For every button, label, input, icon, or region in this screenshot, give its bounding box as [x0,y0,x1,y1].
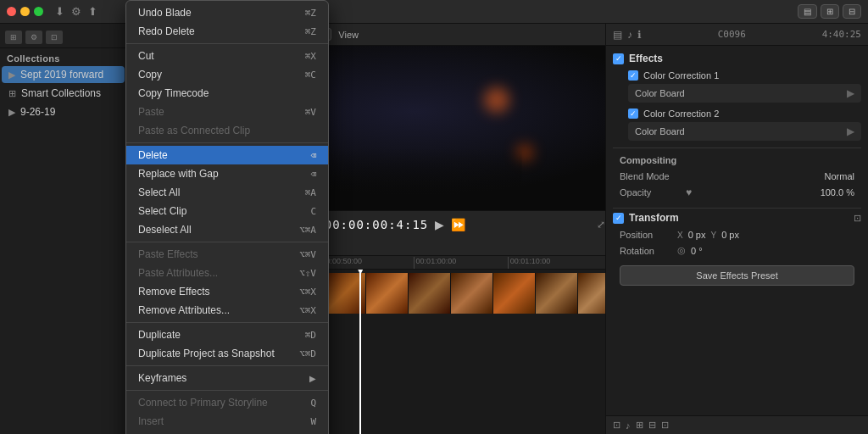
opacity-value[interactable]: 100.0 % [821,187,854,198]
panel-toggle-3[interactable]: ⊟ [843,4,861,19]
menu-item-delete[interactable]: Delete ⌫ [126,146,328,164]
position-x-value[interactable]: 0 px [688,230,706,240]
menu-item-paste-attributes[interactable]: Paste Attributes... ⌥⇧V [126,264,328,282]
sidebar-collections-section: Collections [0,48,126,65]
menu-shortcut-duplicate: ⌘D [305,330,316,341]
menu-item-copy-timecode[interactable]: Copy Timecode [126,84,328,103]
sidebar-tool-1[interactable]: ⊞ [5,31,22,44]
cc2-label: Color Correction 2 [643,108,719,119]
menu-shortcut-insert: W [310,416,316,427]
menu-label-copy-timecode: Copy Timecode [138,87,316,99]
effects-checkbox[interactable]: ✓ [613,53,624,64]
left-sidebar: ⊞ ⚙ ⊡ Collections ▶ Sept 2019 forward ⊞ … [0,24,127,434]
ruler-mark-5: 00:01:10:00 [508,257,602,269]
transform-icon[interactable]: ⤢ [597,219,605,231]
fast-forward-button[interactable]: ⏩ [451,218,465,231]
sidebar-toolbar: ⊞ ⚙ ⊡ [0,27,126,48]
menu-item-replace-gap[interactable]: Replace with Gap ⌫ [126,164,328,183]
menu-item-cut[interactable]: Cut ⌘X [126,47,328,65]
close-button[interactable] [7,7,16,16]
panel-duration: 4:40:25 [822,29,861,40]
opacity-row: Opacity ♥ 100.0 % [613,184,861,201]
fullscreen-button[interactable] [34,7,43,16]
info-icon[interactable]: ℹ [637,29,642,41]
opacity-heart-icon: ♥ [686,186,692,198]
clip-filmstrip[interactable] [324,273,605,314]
menu-shortcut-paste-effects: ⌥⌘V [299,249,316,260]
minimize-button[interactable] [20,7,30,16]
menu-shortcut-remove-attributes: ⌥⌘X [299,305,316,316]
ruler-mark-4: 00:01:00:00 [414,257,508,269]
menu-item-copy[interactable]: Copy ⌘C [126,65,328,84]
rpt-icon-3[interactable]: ⊞ [636,420,643,431]
import-icon[interactable]: ⬇ [55,5,64,18]
y-axis-label: Y [710,231,716,240]
rpt-icon-1[interactable]: ⊡ [613,420,620,431]
menu-label-select-clip: Select Clip [138,205,307,217]
cc1-checkbox[interactable]: ✓ [628,70,638,81]
menu-label-connect-primary: Connect to Primary Storyline [138,397,307,409]
color-board-2-label: Color Board [635,126,842,136]
frame-forward-button[interactable]: ▶ [435,218,444,231]
menu-item-keyframes[interactable]: Keyframes ▶ [126,369,328,387]
sidebar-tool-2[interactable]: ⚙ [25,31,42,44]
transform-checkbox[interactable]: ✓ [613,213,624,224]
playhead[interactable] [359,270,361,434]
share-icon[interactable]: ⬆ [88,5,97,18]
position-y-value[interactable]: 0 px [721,230,739,240]
menu-item-deselect-all[interactable]: Deselect All ⌥⌘A [126,220,328,239]
sidebar-item-label-date: 9-26-19 [20,106,55,118]
menu-item-undo-blade[interactable]: Undo Blade ⌘Z [126,3,328,22]
rpt-icon-5[interactable]: ⊡ [661,420,669,431]
menu-item-paste-connected[interactable]: Paste as Connected Clip [126,121,328,140]
menu-item-select-clip[interactable]: Select Clip C [126,202,328,220]
settings-icon[interactable]: ⚙ [71,5,81,18]
position-row: Position X 0 px Y 0 px [613,227,861,242]
color-board-2-row[interactable]: Color Board ▶ [628,122,861,141]
menu-item-remove-effects[interactable]: Remove Effects ⌥⌘X [126,282,328,301]
transform-expand-icon[interactable]: ⊡ [854,213,861,224]
rpt-icon-2[interactable]: ♪ [626,420,631,431]
menu-item-insert[interactable]: Insert W [126,412,328,431]
menu-label-duplicate-snapshot: Duplicate Project as Snapshot [138,348,296,359]
menu-item-select-all[interactable]: Select All ⌘A [126,183,328,202]
menu-shortcut-select-all: ⌘A [305,187,316,198]
menu-label-deselect-all: Deselect All [138,224,296,236]
compositing-header: Compositing [613,152,861,169]
blend-mode-value[interactable]: Normal [825,171,854,181]
menu-item-redo-delete[interactable]: Redo Delete ⌘Z [126,22,328,41]
color-board-1-row[interactable]: Color Board ▶ [628,84,861,103]
sidebar-item-smart[interactable]: ⊞ Smart Collections [2,85,125,102]
save-effects-preset-button[interactable]: Save Effects Preset [620,265,854,286]
cc2-checkbox[interactable]: ✓ [628,108,638,119]
menu-item-duplicate-snapshot[interactable]: Duplicate Project as Snapshot ⌥⌘D [126,344,328,363]
sidebar-item-date[interactable]: ▶ 9-26-19 [2,103,125,120]
menu-item-duplicate[interactable]: Duplicate ⌘D [126,326,328,344]
rotation-value[interactable]: 0 ° [691,246,703,256]
menu-label-paste-effects: Paste Effects [138,248,296,260]
audio-icon[interactable]: ♪ [627,29,632,41]
menu-shortcut-select-clip: C [310,206,316,217]
menu-item-append[interactable]: Append to Storyline E [126,431,328,434]
sidebar-item-sept2019[interactable]: ▶ Sept 2019 forward [2,66,125,83]
position-values: X 0 px Y 0 px [677,230,739,240]
smart-icon: ⊞ [8,88,16,99]
effects-title: Effects [629,53,663,64]
menu-item-remove-attributes[interactable]: Remove Attributes... ⌥⌘X [126,301,328,320]
sidebar-tool-3[interactable]: ⊡ [46,31,63,44]
menu-shortcut-copy: ⌘C [305,70,316,81]
menu-label-cut: Cut [138,50,302,62]
menu-item-connect-primary[interactable]: Connect to Primary Storyline Q [126,393,328,412]
keyframes-submenu-arrow: ▶ [309,374,316,383]
view-btn[interactable]: View [338,30,359,40]
menu-item-paste[interactable]: Paste ⌘V [126,103,328,121]
menu-label-insert: Insert [138,415,307,427]
panel-toggle-2[interactable]: ⊞ [821,4,839,19]
rotation-label: Rotation [620,246,670,256]
traffic-lights [7,7,43,16]
menu-item-paste-effects[interactable]: Paste Effects ⌥⌘V [126,245,328,264]
playback-timecode: 00:00:00:4:15 [325,218,429,231]
panel-toggle-1[interactable]: ▤ [798,4,817,19]
rpt-icon-4[interactable]: ⊟ [648,420,656,431]
inspector-icon[interactable]: ▤ [613,29,622,41]
